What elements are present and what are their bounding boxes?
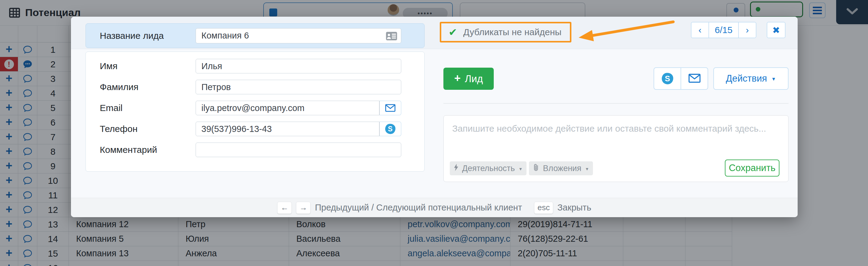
envelope-icon <box>385 104 396 112</box>
field-row: Имя <box>86 59 424 73</box>
arrow-left-keycap: ← <box>277 202 292 214</box>
lightning-icon <box>454 164 459 174</box>
caret-down-icon: ▼ <box>771 77 776 82</box>
email-send-button[interactable] <box>379 101 401 115</box>
skype-icon: S <box>384 123 396 135</box>
field-input[interactable] <box>196 101 379 115</box>
comment-composer[interactable]: Запишите необходимое действие или оставь… <box>443 115 788 182</box>
actions-dropdown-button[interactable]: Действия ▼ <box>713 67 788 90</box>
field-row: Email <box>86 101 424 115</box>
arrow-right-keycap: → <box>296 202 311 214</box>
skype-call-button[interactable]: S <box>379 122 401 136</box>
next-record-button[interactable]: › <box>738 22 756 38</box>
field-row: Комментарий <box>86 143 424 157</box>
lead-name-input[interactable] <box>196 28 401 43</box>
field-input[interactable] <box>196 59 401 73</box>
footer-close-hint: Закрыть <box>557 203 591 213</box>
pager-counter: 6/15 <box>709 22 739 38</box>
save-button[interactable]: Сохранить <box>725 159 779 177</box>
close-modal-button[interactable]: ✖ <box>767 22 785 38</box>
field-input[interactable] <box>196 143 401 157</box>
modal-header: Название лида ✔ Дубликаты не найдены ‹ 6… <box>71 17 798 49</box>
field-label: Комментарий <box>86 145 196 155</box>
field-label: Фамилия <box>86 82 196 92</box>
modal-footer: ← → Предыдущий / Следующий потенциальный… <box>71 198 798 217</box>
envelope-icon <box>688 74 701 84</box>
lead-name-panel: Название лида <box>86 23 425 48</box>
check-icon: ✔ <box>448 26 457 38</box>
paperclip-icon <box>533 164 539 174</box>
section-divider <box>443 103 788 104</box>
record-pager: ‹ 6/15 › <box>691 22 756 38</box>
field-label: Email <box>86 103 196 113</box>
lead-modal: Название лида ✔ Дубликаты не найдены ‹ 6… <box>71 17 798 217</box>
duplicates-text: Дубликаты не найдены <box>463 27 562 37</box>
field-row: Фамилия <box>86 80 424 94</box>
add-lead-button[interactable]: + Лид <box>443 68 494 90</box>
esc-keycap: esc <box>534 202 553 214</box>
prev-record-button[interactable]: ‹ <box>691 22 709 38</box>
caret-down-icon: ▼ <box>585 167 589 171</box>
skype-icon: S <box>660 72 674 85</box>
plus-icon: + <box>454 72 461 85</box>
send-email-button[interactable] <box>681 67 708 90</box>
skype-call-button[interactable]: S <box>654 67 681 90</box>
duplicates-badge: ✔ Дубликаты не найдены <box>440 22 571 42</box>
field-label: Имя <box>86 61 196 71</box>
caret-down-icon: ▼ <box>518 167 523 171</box>
contact-card-icon <box>385 32 398 42</box>
lead-fields-card: Имя Фамилия Email <box>86 52 425 172</box>
field-input[interactable] <box>196 122 379 136</box>
page: Потенциал ••••• + 1 <box>0 0 868 266</box>
contact-buttons-group: S <box>654 67 708 90</box>
attachments-dropdown-button[interactable]: Вложения ▼ <box>529 161 593 175</box>
field-row: Телефон S <box>86 122 424 136</box>
footer-nav-hint: Предыдущий / Следующий потенциальный кли… <box>315 203 522 213</box>
field-input[interactable] <box>196 80 401 94</box>
field-label: Телефон <box>86 124 196 134</box>
activity-dropdown-button[interactable]: Деятельность ▼ <box>450 161 527 175</box>
lead-name-label: Название лида <box>86 31 196 41</box>
comment-placeholder: Запишите необходимое действие или оставь… <box>452 123 780 134</box>
